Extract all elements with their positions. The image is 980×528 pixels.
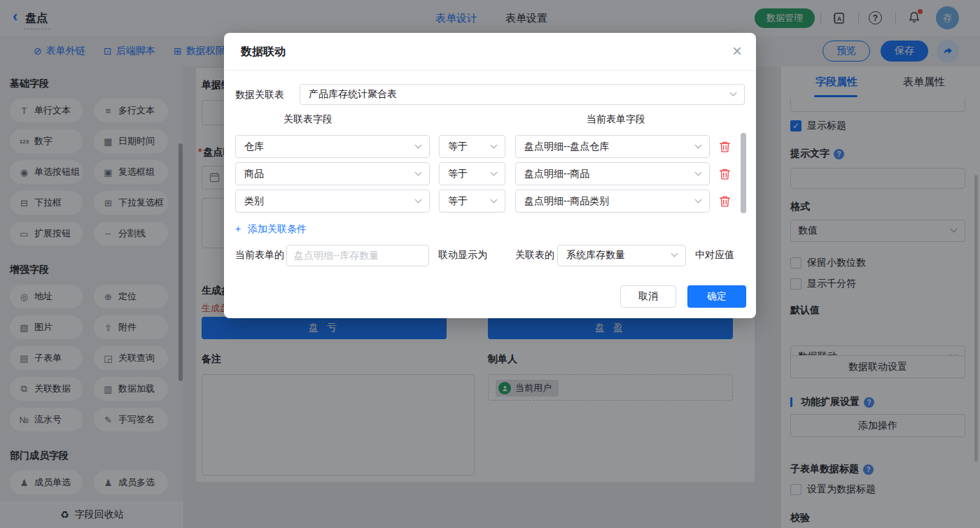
select-value: 类别 (244, 195, 264, 208)
trash-icon (719, 168, 731, 180)
app-window: ‹ 盘点 表单设计 表单设置 数据管理 A ? 存 ⊘ 表单外链 ⊡ 后端脚本 … (0, 0, 980, 528)
modal-title: 数据联动 (241, 45, 286, 59)
display-as-label: 联动显示为 (438, 249, 487, 262)
link-table-label: 数据关联表 (235, 89, 284, 101)
chevron-down-icon (695, 169, 702, 176)
chevron-down-icon (695, 196, 702, 203)
data-linkage-modal: 数据联动 × 数据关联表 产品库存统计聚合表 关联表字段 当前表单字段 仓库等于… (224, 33, 756, 318)
select-value: 等于 (448, 195, 468, 208)
condition-row: 仓库等于盘点明细--盘点仓库 (235, 135, 745, 158)
modal-header: 数据联动 × (224, 33, 756, 71)
link-field-select[interactable]: 系统库存数量 (557, 245, 686, 266)
close-icon[interactable]: × (732, 42, 742, 60)
chevron-down-icon (415, 196, 422, 203)
select-value: 商品 (244, 168, 264, 180)
select-value: 产品库存统计聚合表 (309, 88, 397, 101)
current-form-label: 当前表单的 (235, 249, 284, 262)
chevron-down-icon (415, 141, 422, 148)
chevron-down-icon (415, 169, 422, 176)
select-value: 系统库存数量 (566, 249, 625, 262)
chevron-down-icon (491, 196, 498, 203)
confirm-button[interactable]: 确定 (687, 285, 746, 308)
add-condition-label: 添加关联条件 (248, 223, 307, 234)
condition-right-select[interactable]: 盘点明细--盘点仓库 (515, 135, 710, 158)
chevron-down-icon (491, 169, 498, 176)
condition-right-select[interactable]: 盘点明细--商品 (515, 162, 710, 185)
select-value: 盘点明细--商品类别 (524, 195, 609, 208)
delete-condition-button[interactable] (719, 140, 733, 154)
delete-condition-button[interactable] (719, 194, 733, 208)
select-value: 盘点明细--商品 (524, 168, 589, 180)
current-field-input[interactable] (286, 245, 429, 266)
condition-operator-select[interactable]: 等于 (439, 162, 505, 185)
chevron-down-icon (730, 90, 737, 97)
select-value: 等于 (448, 141, 468, 153)
condition-list: 仓库等于盘点明细--盘点仓库商品等于盘点明细--商品类别等于盘点明细--商品类别 (235, 135, 745, 217)
condition-right-select[interactable]: 盘点明细--商品类别 (515, 190, 710, 213)
column-header-left: 关联表字段 (284, 113, 332, 126)
select-value: 仓库 (244, 141, 264, 153)
condition-operator-select[interactable]: 等于 (439, 190, 505, 213)
select-value: 等于 (448, 168, 468, 180)
linkage-rule-row: 当前表单的 联动显示为 关联表的 系统库存数量 中对应值 (235, 244, 745, 266)
condition-left-select[interactable]: 商品 (235, 162, 430, 185)
suffix-label: 中对应值 (695, 249, 734, 262)
chevron-down-icon (491, 141, 498, 148)
select-value: 盘点明细--盘点仓库 (524, 141, 609, 153)
condition-left-select[interactable]: 仓库 (235, 135, 430, 158)
trash-icon (719, 195, 731, 208)
column-header-right: 当前表单字段 (587, 113, 645, 126)
delete-condition-button[interactable] (719, 167, 733, 181)
modal-scrollbar[interactable] (741, 133, 746, 213)
plus-icon: + (235, 223, 241, 234)
condition-row: 商品等于盘点明细--商品 (235, 162, 745, 185)
condition-row: 类别等于盘点明细--商品类别 (235, 190, 745, 213)
condition-left-select[interactable]: 类别 (235, 190, 430, 213)
add-condition-link[interactable]: + 添加关联条件 (235, 223, 307, 236)
chevron-down-icon (671, 250, 678, 257)
condition-operator-select[interactable]: 等于 (439, 135, 505, 158)
link-table-select[interactable]: 产品库存统计聚合表 (300, 84, 745, 105)
cancel-button[interactable]: 取消 (620, 285, 676, 308)
link-table-of-label: 关联表的 (515, 249, 554, 262)
trash-icon (719, 141, 731, 153)
chevron-down-icon (695, 141, 702, 148)
